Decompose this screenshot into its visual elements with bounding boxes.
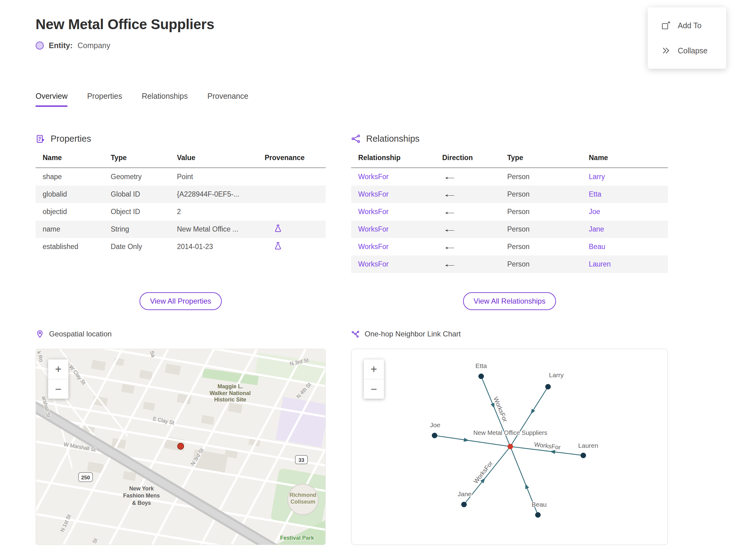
chart-center-label: New Metal Office Suppliers bbox=[473, 429, 547, 436]
tab-relationships[interactable]: Relationships bbox=[142, 92, 188, 107]
link-chart-icon bbox=[351, 330, 360, 338]
map-zoom-out-button[interactable]: − bbox=[48, 379, 68, 399]
context-action-menu: Add To Collapse bbox=[648, 7, 726, 69]
tab-provenance[interactable]: Provenance bbox=[207, 92, 248, 107]
chart-zoom-in-button[interactable]: + bbox=[364, 359, 384, 379]
related-entity-link[interactable]: Beau bbox=[589, 243, 668, 251]
column-header-direction: Direction bbox=[442, 154, 507, 162]
property-value: Point bbox=[177, 173, 265, 181]
add-to-button[interactable]: Add To bbox=[648, 13, 726, 38]
provenance-flask-icon[interactable] bbox=[274, 242, 282, 250]
related-entity-link[interactable]: Etta bbox=[589, 190, 668, 198]
location-marker[interactable] bbox=[178, 443, 184, 449]
chart-node[interactable] bbox=[581, 453, 586, 458]
relationship-link[interactable]: WorksFor bbox=[358, 243, 442, 251]
property-row: globalid Global ID {A228944F-0EF5-... bbox=[36, 186, 326, 203]
basemap: 250 33 k Ro W Clay St Sa N 3rd St N 4th … bbox=[36, 349, 325, 545]
view-all-properties-button[interactable]: View All Properties bbox=[140, 292, 222, 310]
collapse-button[interactable]: Collapse bbox=[648, 38, 726, 63]
poi-label-ny-fashion: New York bbox=[129, 485, 154, 492]
route-shield-33: 33 bbox=[295, 455, 308, 464]
chart-zoom-out-button[interactable]: − bbox=[364, 379, 384, 399]
geospatial-section-header: Geospatial location bbox=[36, 330, 326, 338]
relationship-link[interactable]: WorksFor bbox=[358, 208, 442, 216]
property-name: shape bbox=[43, 173, 111, 181]
properties-section-header: Properties bbox=[36, 134, 326, 144]
property-name: globalid bbox=[43, 190, 111, 198]
related-entity-link[interactable]: Larry bbox=[589, 173, 668, 181]
relationships-icon bbox=[351, 134, 361, 144]
chart-center-node[interactable] bbox=[508, 444, 513, 449]
map-zoom-in-button[interactable]: + bbox=[48, 359, 68, 379]
provenance-flask-icon[interactable] bbox=[274, 224, 282, 232]
direction-arrow: ← bbox=[442, 259, 507, 269]
chart-node-label: Joe bbox=[430, 421, 440, 428]
direction-arrow: ← bbox=[442, 190, 507, 199]
column-header-type: Type bbox=[507, 154, 589, 162]
poi-label-ny-fashion: Fashion Mens bbox=[123, 493, 160, 499]
chart-node[interactable] bbox=[432, 433, 437, 438]
property-type: Object ID bbox=[111, 208, 177, 216]
property-name: established bbox=[43, 243, 111, 251]
relationship-link[interactable]: WorksFor bbox=[358, 190, 442, 198]
chart-node[interactable] bbox=[461, 502, 467, 507]
related-entity-type: Person bbox=[507, 208, 589, 216]
property-value: 2 bbox=[177, 208, 265, 216]
chart-node[interactable] bbox=[535, 512, 541, 518]
page-title: New Metal Office Suppliers bbox=[36, 16, 736, 33]
related-entity-type: Person bbox=[507, 225, 589, 233]
entity-detail-page: Add To Collapse New Metal Office Supplie… bbox=[0, 0, 736, 560]
view-all-relationships-button[interactable]: View All Relationships bbox=[463, 292, 556, 310]
poi-label-coliseum: Coliseum bbox=[290, 499, 315, 505]
chart-edge-arrow bbox=[550, 449, 555, 454]
direction-arrow: ← bbox=[442, 207, 507, 217]
relationship-row: WorksFor ← Person Lauren bbox=[351, 255, 668, 273]
add-to-label: Add To bbox=[678, 21, 701, 30]
relationship-link[interactable]: WorksFor bbox=[358, 260, 442, 268]
direction-arrow: ← bbox=[442, 172, 507, 182]
related-entity-type: Person bbox=[507, 190, 589, 198]
relationships-section-header: Relationships bbox=[351, 134, 668, 144]
property-row: objectid Object ID 2 bbox=[36, 203, 326, 221]
map-canvas[interactable]: 250 33 k Ro W Clay St Sa N 3rd St N 4th … bbox=[36, 349, 326, 545]
relationships-table: Relationship Direction Type Name WorksFo… bbox=[351, 151, 668, 273]
related-entity-link[interactable]: Joe bbox=[589, 208, 668, 216]
property-type: Date Only bbox=[111, 243, 177, 251]
chart-edge-label: WorksFor bbox=[534, 441, 561, 451]
properties-section-title: Properties bbox=[51, 134, 91, 144]
tab-properties[interactable]: Properties bbox=[87, 92, 122, 107]
property-name: objectid bbox=[43, 208, 111, 216]
related-entity-link[interactable]: Jane bbox=[589, 225, 668, 233]
relationship-row: WorksFor ← Person Etta bbox=[351, 186, 668, 203]
relationship-link[interactable]: WorksFor bbox=[358, 173, 442, 181]
poi-label-maggie: Maggie L. bbox=[217, 383, 243, 389]
link-chart-canvas[interactable]: WorksForWorksForWorksForEttaLarryJoeLaur… bbox=[351, 349, 668, 545]
property-value: {A228944F-0EF5-... bbox=[177, 190, 265, 198]
chart-node[interactable] bbox=[478, 374, 484, 379]
property-row: shape Geometry Point bbox=[36, 168, 326, 186]
geospatial-section-title: Geospatial location bbox=[49, 330, 112, 338]
relationship-row: WorksFor ← Person Jane bbox=[351, 221, 668, 238]
chart-edge[interactable] bbox=[435, 435, 510, 447]
chart-edge[interactable] bbox=[510, 387, 548, 447]
link-chart-svg[interactable]: WorksForWorksForWorksForEttaLarryJoeLaur… bbox=[351, 349, 668, 545]
link-chart-section-title: One-hop Neighbor Link Chart bbox=[365, 330, 461, 338]
property-row: name String New Metal Office ... bbox=[36, 221, 326, 238]
route-shield-250: 250 bbox=[79, 473, 93, 482]
direction-arrow: ← bbox=[442, 224, 507, 234]
tab-overview[interactable]: Overview bbox=[36, 92, 67, 107]
property-name: name bbox=[43, 225, 111, 233]
chart-node-label: Beau bbox=[531, 501, 546, 508]
svg-text:250: 250 bbox=[81, 475, 90, 481]
relationship-row: WorksFor ← Person Joe bbox=[351, 203, 668, 221]
chart-node[interactable] bbox=[545, 384, 551, 389]
column-header-value: Value bbox=[177, 154, 265, 162]
relationship-row: WorksFor ← Person Beau bbox=[351, 238, 668, 255]
relationship-link[interactable]: WorksFor bbox=[358, 225, 442, 233]
direction-arrow: ← bbox=[442, 242, 507, 251]
column-header-type: Type bbox=[111, 154, 177, 162]
related-entity-link[interactable]: Lauren bbox=[589, 260, 668, 268]
poi-label-festival-park: Festival Park bbox=[280, 535, 314, 541]
chart-node-label: Etta bbox=[475, 362, 487, 369]
relationships-section-title: Relationships bbox=[366, 134, 420, 144]
